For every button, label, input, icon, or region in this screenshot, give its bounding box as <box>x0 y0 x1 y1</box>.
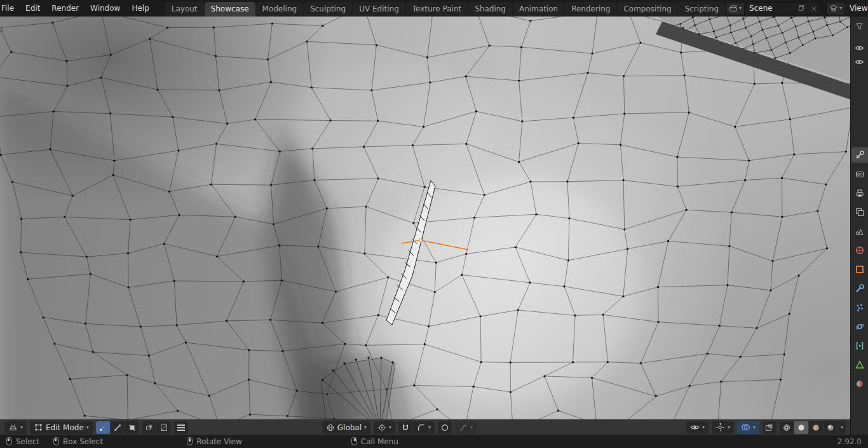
gizmos-dropdown[interactable]: ▾ <box>712 421 734 434</box>
snap-group: ▾ <box>398 421 435 434</box>
scene-selector[interactable]: ▾ Scene × <box>726 2 821 15</box>
world-icon <box>855 245 865 255</box>
right-rail <box>850 17 868 435</box>
menu-edit[interactable]: Edit <box>20 0 46 17</box>
properties-tab-view-layer[interactable] <box>851 205 868 220</box>
properties-tab-physics[interactable] <box>851 319 868 334</box>
collapsed-menus-button[interactable] <box>174 421 188 434</box>
shading-material-button[interactable] <box>809 421 823 434</box>
version-label: 2.92.0 <box>837 437 862 446</box>
vertex-select-button[interactable] <box>96 421 110 434</box>
workspace-tab-showcase[interactable]: Showcase <box>205 2 255 17</box>
editor-type-dropdown[interactable]: ▾ <box>4 421 27 434</box>
unlink-scene-button[interactable]: × <box>808 3 820 15</box>
properties-tab-modifiers[interactable] <box>851 281 868 296</box>
chevron-down-icon: ▾ <box>739 6 742 11</box>
snap-toggle-button[interactable] <box>398 421 412 434</box>
workspace-tab-animation[interactable]: Animation <box>513 2 564 17</box>
tool-icon <box>855 150 865 160</box>
chevron-down-icon: ▾ <box>20 425 23 430</box>
rendered-sphere-icon <box>826 423 835 432</box>
overlays-dropdown[interactable]: ▾ <box>737 421 759 434</box>
properties-tab-material[interactable] <box>851 376 868 391</box>
view-layer-icon <box>855 207 865 217</box>
topbar: File Edit Render Window Help Layout Show… <box>0 0 868 17</box>
proportional-falloff-dropdown[interactable]: ▾ <box>455 421 477 434</box>
duplicate-icon <box>797 4 805 12</box>
viewport-display-group: ▾ ▾ ▾ <box>686 421 846 434</box>
hide-in-viewport-toggle[interactable] <box>852 55 867 68</box>
chevron-down-icon: ▾ <box>841 425 843 430</box>
properties-tab-render[interactable] <box>851 166 868 182</box>
select-mode-group <box>96 421 139 434</box>
properties-tab-object-data[interactable] <box>851 357 868 372</box>
view-layer-selector[interactable]: ▾ View Layer <box>826 2 868 15</box>
shading-wireframe-button[interactable] <box>780 421 794 434</box>
transform-orientation-dropdown[interactable]: Global ▾ <box>322 421 370 434</box>
edit-mesh-wireframe[interactable] <box>0 17 850 419</box>
face-select-icon <box>128 423 137 432</box>
view-layer-name[interactable]: View Layer <box>845 4 868 13</box>
3d-viewport[interactable] <box>0 17 850 419</box>
eye-icon <box>855 43 864 53</box>
workspace-tab-texture-paint[interactable]: Texture Paint <box>406 2 468 17</box>
properties-tab-constraints[interactable] <box>851 338 868 353</box>
output-icon <box>855 188 865 198</box>
outliner-filter-button[interactable] <box>852 20 867 32</box>
workspace-tab-layout[interactable]: Layout <box>165 2 204 17</box>
transform-origins-toggle[interactable] <box>142 421 156 434</box>
orientation-label: Global <box>337 423 362 432</box>
edge-select-button[interactable] <box>111 421 125 434</box>
object-visibility-dropdown[interactable]: ▾ <box>686 421 709 434</box>
properties-tab-scene[interactable] <box>851 224 868 239</box>
properties-tab-particles[interactable] <box>851 300 868 315</box>
mode-dropdown[interactable]: Edit Mode ▾ <box>30 421 93 434</box>
workspace-tab-shading[interactable]: Shading <box>468 2 512 17</box>
snap-target-dropdown[interactable]: ▾ <box>413 421 435 434</box>
menu-file[interactable]: File <box>0 0 20 17</box>
properties-tab-tool[interactable] <box>851 147 868 163</box>
workspace-tab-scripting[interactable]: Scripting <box>679 2 725 17</box>
workspace-tab-uv-editing[interactable]: UV Editing <box>353 2 405 17</box>
wireframe-sphere-icon <box>782 423 791 432</box>
menu-window[interactable]: Window <box>85 0 126 17</box>
xray-toggle-button[interactable] <box>763 421 776 434</box>
workspace-tabs: Layout Showcase Modeling Sculpting UV Ed… <box>165 0 726 17</box>
view-layer-browse-button[interactable]: ▾ <box>827 3 845 15</box>
new-scene-button[interactable] <box>795 3 808 15</box>
constraints-icon <box>855 341 865 351</box>
chevron-down-icon: ▾ <box>389 425 391 430</box>
shading-mode-group: ▾ <box>780 421 846 434</box>
shading-rendered-button[interactable] <box>824 421 837 434</box>
workspace-tab-sculpting[interactable]: Sculpting <box>304 2 352 17</box>
vertex-select-icon <box>98 423 107 432</box>
chevron-down-icon: ▾ <box>728 425 730 430</box>
properties-tab-world[interactable] <box>851 243 868 258</box>
properties-tab-output[interactable] <box>851 186 868 201</box>
render-icon <box>855 169 865 179</box>
scene-browse-button[interactable]: ▾ <box>726 3 745 15</box>
solid-sphere-icon <box>797 423 806 432</box>
proportional-editing-toggle[interactable] <box>438 421 452 434</box>
blender-window: File Edit Render Window Help Layout Show… <box>0 0 868 448</box>
view-layer-icon <box>829 4 838 13</box>
menu-render[interactable]: Render <box>46 0 85 17</box>
magnet-icon <box>401 423 410 432</box>
menu-help[interactable]: Help <box>126 0 154 17</box>
hide-in-viewport-toggle[interactable] <box>852 41 867 54</box>
mouse-middle-icon <box>187 437 193 445</box>
falloff-curve-icon <box>459 423 468 432</box>
hint-label: Rotate View <box>196 437 242 446</box>
workspace-tab-modeling[interactable]: Modeling <box>256 2 304 17</box>
chevron-down-icon: ▾ <box>753 425 756 430</box>
workspace-tab-compositing[interactable]: Compositing <box>617 2 677 17</box>
fade-inactive-toggle[interactable] <box>157 421 171 434</box>
properties-tab-object[interactable] <box>851 262 868 277</box>
header-toggle-group <box>142 421 171 434</box>
shading-solid-button[interactable] <box>794 421 808 434</box>
face-select-button[interactable] <box>125 421 139 434</box>
shading-options-dropdown[interactable]: ▾ <box>838 421 846 434</box>
scene-name[interactable]: Scene <box>745 4 795 13</box>
workspace-tab-rendering[interactable]: Rendering <box>565 2 616 17</box>
transform-pivot-dropdown[interactable]: ▾ <box>374 421 395 434</box>
